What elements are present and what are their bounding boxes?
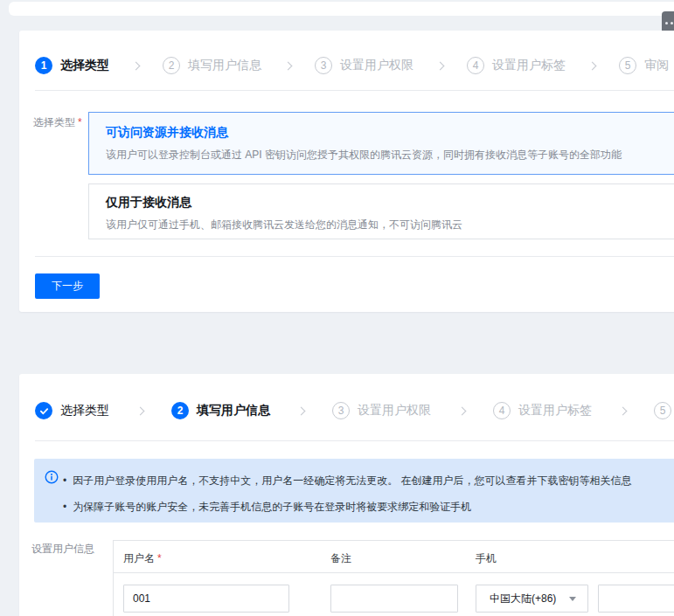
chevron-right-icon — [136, 406, 145, 415]
step-number: 4 — [493, 402, 511, 419]
divider — [35, 90, 674, 91]
step-label: 选择类型 — [60, 403, 109, 419]
option-card-receive-messages-only[interactable]: 仅用于接收消息 该用户仅可通过手机、邮箱接收腾讯云发送给您的消息通知，不可访问腾… — [88, 183, 674, 239]
column-header-remark: 备注 — [330, 551, 351, 566]
field-label-text: 选择类型 — [33, 116, 75, 128]
create-user-step1-panel: 1 选择类型 2 填写用户信息 3 设置用户权限 4 设置用户标签 5 审阅 选… — [19, 31, 674, 312]
step-label: 审阅 — [644, 58, 669, 73]
column-header-phone: 手机 — [476, 551, 497, 566]
step-wizard: 1 选择类型 2 填写用户信息 3 设置用户权限 4 设置用户标签 5 审阅 — [35, 57, 669, 74]
step-label: 填写用户信息 — [197, 403, 270, 419]
selected-region-value: 中国大陆(+86) — [490, 592, 556, 606]
chevron-right-icon — [588, 61, 597, 70]
step-item-permissions: 3 设置用户权限 — [332, 402, 431, 419]
step-number: 3 — [332, 402, 350, 419]
notice-bullet: 为保障子账号的账户安全，未完善手机信息的子账号在登录时将被要求绑定和验证手机 — [63, 494, 632, 520]
chevron-right-icon — [132, 61, 141, 70]
step-number: 2 — [171, 402, 189, 419]
user-type-options: 可访问资源并接收消息 该用户可以登录控制台或通过 API 密钥访问您授予其权限的… — [88, 112, 674, 239]
step-label: 选择类型 — [60, 58, 109, 73]
phone-input[interactable] — [598, 585, 674, 613]
step-number: 2 — [163, 57, 180, 74]
chevron-right-icon — [284, 61, 293, 70]
chevron-right-icon — [619, 406, 628, 415]
option-description: 该用户仅可通过手机、邮箱接收腾讯云发送给您的消息通知，不可访问腾讯云 — [106, 218, 674, 232]
chevron-right-icon — [436, 61, 445, 70]
step-item-user-info: 2 填写用户信息 — [171, 402, 270, 419]
step-number: 4 — [467, 57, 484, 74]
notice-bullet: 因子用户登录使用用户名，不支持中文，用户名一经确定将无法更改。 在创建用户后，您… — [63, 467, 632, 494]
user-info-section-label: 设置用户信息 — [31, 542, 94, 557]
required-asterisk: * — [157, 552, 162, 564]
step-number: 5 — [619, 57, 636, 74]
step-item-choose-type: 1 选择类型 — [35, 57, 109, 74]
step-number: 5 — [654, 402, 671, 419]
header-text: 用户名 — [123, 552, 155, 564]
create-user-step2-panel: 选择类型 2 填写用户信息 3 设置用户权限 4 设置用户标签 5 审阅 — [19, 374, 674, 616]
chevron-right-icon — [458, 406, 467, 415]
required-asterisk: * — [78, 116, 82, 128]
drag-dot-icon — [665, 22, 668, 24]
step-item-permissions: 3 设置用户权限 — [315, 57, 413, 74]
chevron-right-icon — [297, 406, 306, 415]
option-card-access-resources[interactable]: 可访问资源并接收消息 该用户可以登录控制台或通过 API 密钥访问您授予其权限的… — [88, 112, 674, 175]
step-label: 设置用户标签 — [492, 58, 566, 73]
step-label: 设置用户标签 — [518, 403, 592, 419]
drag-dot-icon — [671, 22, 673, 24]
step-label: 设置用户权限 — [340, 58, 413, 73]
option-title: 可访问资源并接收消息 — [106, 125, 674, 141]
step-label: 填写用户信息 — [188, 58, 261, 73]
step-item-choose-type[interactable]: 选择类型 — [35, 402, 109, 419]
top-card-edge — [9, 2, 674, 16]
choose-type-field-label: 选择类型* — [33, 115, 82, 130]
info-banner-text: 因子用户登录使用用户名，不支持中文，用户名一经确定将无法更改。 在创建用户后，您… — [63, 467, 632, 520]
step-wizard: 选择类型 2 填写用户信息 3 设置用户权限 4 设置用户标签 5 审阅 — [35, 402, 674, 419]
column-header-username: 用户名* — [123, 551, 162, 566]
remark-input[interactable] — [330, 585, 458, 613]
divider — [35, 256, 674, 257]
step-item-tags: 4 设置用户标签 — [467, 57, 566, 74]
step-item-user-info: 2 填写用户信息 — [163, 57, 261, 74]
step-label: 设置用户权限 — [358, 403, 431, 419]
step-item-review: 5 审阅 — [654, 402, 674, 419]
info-banner: 因子用户登录使用用户名，不支持中文，用户名一经确定将无法更改。 在创建用户后，您… — [34, 459, 674, 523]
info-icon — [45, 470, 59, 484]
table-header-row: 用户名* 备注 手机 — [114, 541, 674, 573]
step-number: 3 — [315, 57, 332, 74]
option-description: 该用户可以登录控制台或通过 API 密钥访问您授予其权限的腾讯云资源，同时拥有接… — [106, 148, 674, 163]
chevron-down-icon — [569, 597, 576, 601]
check-icon — [39, 406, 49, 416]
step-item-tags: 4 设置用户标签 — [493, 402, 592, 419]
user-info-table: 用户名* 备注 手机 中国大陆(+86) — [113, 540, 674, 616]
username-input[interactable] — [123, 585, 289, 613]
divider — [35, 440, 674, 441]
step-number: 1 — [35, 57, 52, 74]
step-check — [35, 402, 52, 419]
phone-region-select[interactable]: 中国大陆(+86) — [476, 585, 588, 613]
step-item-review: 5 审阅 — [619, 57, 669, 74]
option-title: 仅用于接收消息 — [106, 195, 674, 211]
next-step-button[interactable]: 下一步 — [35, 273, 100, 299]
